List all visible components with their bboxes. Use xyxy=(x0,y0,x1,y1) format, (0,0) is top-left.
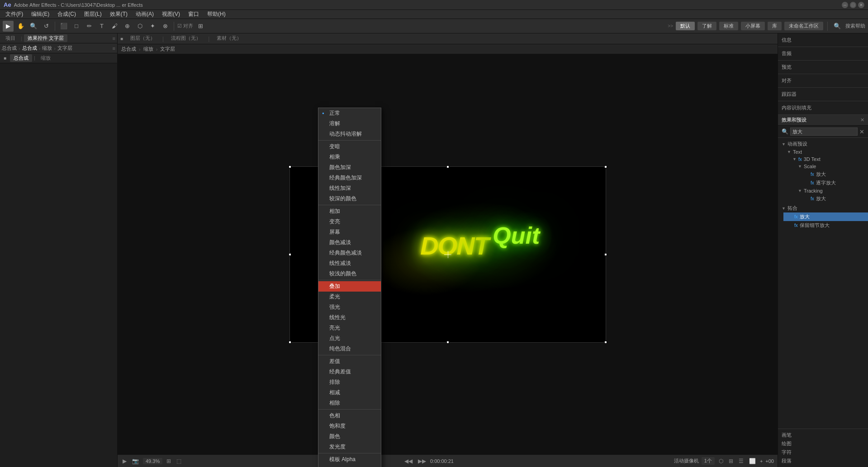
tab-project[interactable]: 项目 xyxy=(2,34,19,42)
tree-text-header[interactable]: ▼ Text xyxy=(783,148,868,156)
handle-mr[interactable] xyxy=(604,253,607,256)
blend-classic-burn[interactable]: 经典颜色加深 xyxy=(318,173,381,183)
tree-item-zoom3[interactable]: fx 放大 xyxy=(800,194,868,203)
workspace-library[interactable]: 库 xyxy=(768,22,782,30)
viewer-crumb-zoom[interactable]: 缩放 xyxy=(143,46,153,52)
menu-edit[interactable]: 编辑(E) xyxy=(28,9,53,19)
viewer-fit-btn[interactable]: ⊞ xyxy=(165,458,172,464)
viewer-snapshot-btn[interactable]: 📷 xyxy=(131,458,140,464)
menu-layer[interactable]: 图层(L) xyxy=(81,9,105,19)
blend-subtract[interactable]: 相减 xyxy=(318,387,381,398)
blend-vivid-light[interactable]: 亮光 xyxy=(318,323,381,333)
blend-hard-mix[interactable]: 纯色混合 xyxy=(318,344,381,354)
blend-multiply[interactable]: 相乘 xyxy=(318,152,381,162)
blend-luminosity[interactable]: 发光度 xyxy=(318,442,381,452)
right-info-label[interactable]: 信息 xyxy=(782,35,864,45)
blend-classic-dodge[interactable]: 经典颜色减淡 xyxy=(318,248,381,258)
tool-clone[interactable]: ⊕ xyxy=(122,21,133,32)
blend-saturation[interactable]: 饱和度 xyxy=(318,421,381,431)
handle-tm[interactable] xyxy=(446,165,449,168)
tree-3dtext-header[interactable]: ▼ fx 3D Text xyxy=(789,156,868,163)
handle-br[interactable] xyxy=(604,341,607,344)
search-btn[interactable]: 🔍 xyxy=(832,21,843,32)
comp-tab-layer[interactable]: 图层（无） xyxy=(126,34,160,43)
blend-divide[interactable]: 相除 xyxy=(318,398,381,408)
blend-soft-light[interactable]: 柔光 xyxy=(318,292,381,302)
tree-item-zoom2[interactable]: fx 逐字放大 xyxy=(800,179,868,187)
workspace-standard[interactable]: 标准 xyxy=(719,22,738,30)
nav-crumb-zoom[interactable]: 缩放 xyxy=(42,45,52,52)
tool-puppet[interactable]: ✦ xyxy=(147,21,158,32)
tool-rotate[interactable]: ↺ xyxy=(41,21,52,32)
tab-effects[interactable]: 效果控件 文字层 xyxy=(24,34,67,42)
right-content-fill-label[interactable]: 内容识别填充 xyxy=(782,103,864,113)
tool-hand[interactable]: ✋ xyxy=(15,21,26,32)
right-paint-label[interactable]: 画笔 xyxy=(778,431,868,439)
blend-difference[interactable]: 差值 xyxy=(318,356,381,367)
blend-hue[interactable]: 色相 xyxy=(318,410,381,421)
blend-color-burn[interactable]: 颜色加深 xyxy=(318,162,381,173)
workspace-small[interactable]: 小屏幕 xyxy=(741,22,765,30)
tool-text[interactable]: T xyxy=(96,21,107,32)
snap-checkbox[interactable]: ☑ 对齐 xyxy=(177,23,193,29)
viewer-next-frame[interactable]: ▶▶ xyxy=(417,458,427,464)
close-button[interactable]: ✕ xyxy=(858,2,864,8)
tool-pin[interactable]: ⊗ xyxy=(160,21,171,32)
camera-count[interactable]: 1个 xyxy=(702,457,715,465)
tree-item-zoom1[interactable]: fx 放大 xyxy=(800,170,868,179)
blend-lighter-color[interactable]: 较浅的颜色 xyxy=(318,269,381,279)
tree-item-zoom-selected[interactable]: fx 放大 xyxy=(783,212,868,221)
workspace-learn[interactable]: 了解 xyxy=(697,22,716,30)
comp-tab-flowchart[interactable]: 流程图（无） xyxy=(166,34,205,43)
tab-zoom-comp[interactable]: 缩放 xyxy=(37,54,54,62)
right-tracker-label[interactable]: 跟踪器 xyxy=(782,90,864,99)
viewer-prev-frame[interactable]: ◀◀ xyxy=(403,458,414,464)
tool-select[interactable]: ▶ xyxy=(3,21,14,32)
blend-mode-dropdown[interactable]: 正常 溶解 动态抖动溶解 变暗 相乘 颜色加深 经典颜色加深 线性加深 较深的颜… xyxy=(318,108,381,467)
menu-help[interactable]: 帮助(H) xyxy=(204,9,229,19)
viewer-quality-btn[interactable]: ⬜ xyxy=(748,458,757,464)
right-char-label[interactable]: 字符 xyxy=(778,448,868,457)
zoom-display[interactable]: 49.3% xyxy=(143,458,162,464)
blend-dynamic-dissolve[interactable]: 动态抖动溶解 xyxy=(318,129,381,139)
blend-screen[interactable]: 屏幕 xyxy=(318,227,381,237)
right-para-label[interactable]: 段落 xyxy=(778,457,868,465)
window-controls[interactable]: ─ □ ✕ xyxy=(842,2,864,8)
tool-eraser[interactable]: ⬡ xyxy=(134,21,145,32)
blend-exclusion[interactable]: 排除 xyxy=(318,377,381,387)
right-audio-label[interactable]: 音频 xyxy=(782,49,864,58)
tree-item-preserve[interactable]: fx 保留细节放大 xyxy=(783,221,868,230)
handle-tr[interactable] xyxy=(604,165,607,168)
fx-panel-menu[interactable]: ≡ xyxy=(113,46,115,51)
right-draw-label[interactable]: 绘图 xyxy=(778,439,868,448)
blend-lighten[interactable]: 变亮 xyxy=(318,217,381,227)
blend-normal[interactable]: 正常 xyxy=(318,108,381,118)
menu-window[interactable]: 窗口 xyxy=(185,9,203,19)
viewer-grid-btn[interactable]: ⊞ xyxy=(727,458,735,464)
tree-scale-header[interactable]: ▼ Scale xyxy=(794,163,868,170)
restore-button[interactable]: □ xyxy=(850,2,856,8)
menu-file[interactable]: 文件(F) xyxy=(2,9,27,19)
effects-search-clear[interactable]: ✕ xyxy=(859,128,864,135)
blend-color[interactable]: 颜色 xyxy=(318,431,381,442)
nav-crumb-comp[interactable]: 总合成 xyxy=(22,45,37,52)
viewer-crumb-text[interactable]: 文字层 xyxy=(160,46,175,52)
blend-darken[interactable]: 变暗 xyxy=(318,142,381,152)
blend-linear-light[interactable]: 线性光 xyxy=(318,312,381,323)
tool-align[interactable]: ⊞ xyxy=(195,21,206,32)
blend-darker-color[interactable]: 较深的颜色 xyxy=(318,193,381,204)
right-align-label[interactable]: 对齐 xyxy=(782,76,864,85)
menu-composition[interactable]: 合成(C) xyxy=(54,9,80,19)
tree-expand-header[interactable]: ▼ 拓合 xyxy=(778,204,868,212)
handle-bm[interactable] xyxy=(446,341,449,344)
handle-tl[interactable] xyxy=(289,165,291,168)
blend-dissolve[interactable]: 溶解 xyxy=(318,118,381,129)
blend-add[interactable]: 相加 xyxy=(318,206,381,217)
tool-camera[interactable]: ⬛ xyxy=(58,21,69,32)
viewer-3d-btn[interactable]: ⬡ xyxy=(717,458,725,464)
blend-linear-burn[interactable]: 线性加深 xyxy=(318,183,381,193)
right-preview-label[interactable]: 预览 xyxy=(782,62,864,72)
viewer-transparency-btn[interactable]: ☰ xyxy=(737,458,745,464)
viewer-play-btn[interactable]: ▶ xyxy=(121,458,128,464)
expand-icon[interactable]: >> xyxy=(668,24,673,28)
